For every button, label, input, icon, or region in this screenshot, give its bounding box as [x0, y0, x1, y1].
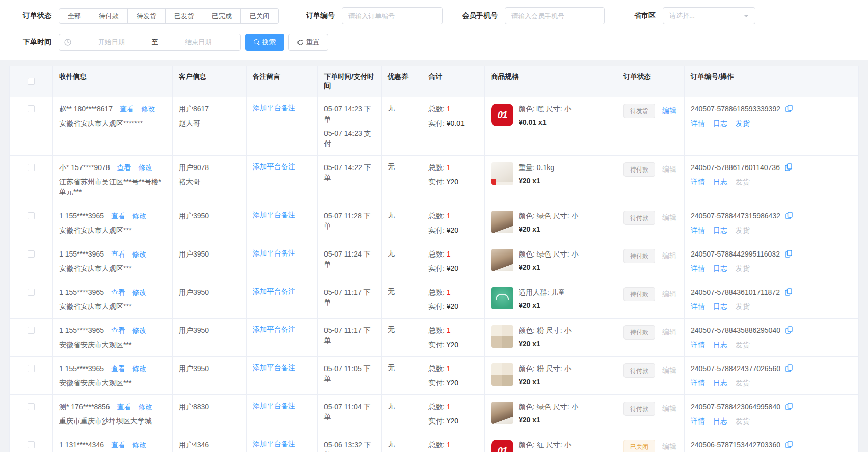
product-spec: 适用人群: 儿童 — [519, 287, 565, 297]
modify-link[interactable]: 修改 — [132, 212, 147, 220]
view-link[interactable]: 查看 — [120, 105, 134, 113]
edit-status-link[interactable]: 编辑 — [662, 213, 676, 221]
edit-status-link[interactable]: 编辑 — [662, 442, 676, 450]
edit-status-link[interactable]: 编辑 — [662, 251, 676, 260]
copy-icon[interactable] — [785, 364, 793, 372]
copy-icon[interactable] — [785, 441, 793, 448]
status-filter-button[interactable]: 全部 — [59, 8, 90, 24]
col-total: 合计 — [422, 66, 485, 97]
product-spec: 颜色: 红 尺寸: 小 — [519, 440, 571, 450]
ship-link[interactable]: 发货 — [736, 226, 750, 234]
detail-link[interactable]: 详情 — [691, 264, 705, 272]
copy-icon[interactable] — [785, 105, 793, 112]
detail-link[interactable]: 详情 — [691, 119, 705, 127]
log-link[interactable]: 日志 — [713, 178, 727, 186]
log-link[interactable]: 日志 — [713, 264, 727, 272]
modify-link[interactable]: 修改 — [141, 105, 155, 113]
add-platform-remark-link[interactable]: 添加平台备注 — [253, 249, 295, 257]
log-link[interactable]: 日志 — [713, 119, 727, 127]
ship-link[interactable]: 发货 — [736, 341, 750, 349]
reset-button[interactable]: 重置 — [288, 34, 328, 51]
modify-link[interactable]: 修改 — [132, 364, 147, 373]
order-no-input[interactable] — [342, 7, 443, 24]
row-checkbox[interactable] — [28, 327, 35, 334]
copy-icon[interactable] — [785, 403, 793, 410]
detail-link[interactable]: 详情 — [691, 226, 705, 234]
detail-link[interactable]: 详情 — [691, 178, 705, 186]
end-date-input[interactable]: 结束日期 — [161, 38, 236, 47]
view-link[interactable]: 查看 — [117, 403, 131, 411]
add-platform-remark-link[interactable]: 添加平台备注 — [253, 402, 295, 410]
product-image — [491, 325, 513, 348]
log-link[interactable]: 日志 — [713, 341, 727, 349]
ship-link[interactable]: 发货 — [736, 178, 750, 186]
log-link[interactable]: 日志 — [713, 302, 727, 310]
member-phone-input[interactable] — [505, 7, 605, 24]
log-link[interactable]: 日志 — [713, 379, 727, 387]
edit-status-link[interactable]: 编辑 — [662, 328, 676, 336]
add-platform-remark-link[interactable]: 添加平台备注 — [253, 162, 295, 171]
copy-icon[interactable] — [785, 250, 792, 258]
modify-link[interactable]: 修改 — [138, 163, 152, 172]
view-link[interactable]: 查看 — [111, 288, 125, 296]
row-checkbox[interactable] — [28, 105, 35, 112]
detail-link[interactable]: 详情 — [691, 417, 705, 425]
detail-link[interactable]: 详情 — [691, 341, 705, 349]
table-row: 1 155****3965 查看 修改 安徽省安庆市大观区*** 用户3950 … — [10, 319, 858, 357]
ship-link[interactable]: 发货 — [736, 119, 750, 127]
status-filter-button[interactable]: 已完成 — [203, 8, 241, 24]
row-checkbox[interactable] — [28, 289, 35, 296]
modify-link[interactable]: 修改 — [132, 250, 147, 258]
modify-link[interactable]: 修改 — [138, 403, 152, 411]
ship-link[interactable]: 发货 — [736, 302, 750, 310]
row-checkbox[interactable] — [28, 250, 35, 258]
view-link[interactable]: 查看 — [111, 364, 125, 373]
detail-link[interactable]: 详情 — [691, 379, 705, 387]
status-filter-button[interactable]: 已发货 — [166, 8, 203, 24]
add-platform-remark-link[interactable]: 添加平台备注 — [253, 363, 295, 372]
edit-status-link[interactable]: 编辑 — [662, 404, 676, 412]
add-platform-remark-link[interactable]: 添加平台备注 — [253, 440, 295, 448]
modify-link[interactable]: 修改 — [132, 326, 147, 334]
row-checkbox[interactable] — [28, 441, 35, 448]
row-checkbox[interactable] — [28, 403, 35, 410]
ship-link[interactable]: 发货 — [736, 379, 750, 387]
add-platform-remark-link[interactable]: 添加平台备注 — [253, 287, 295, 295]
edit-status-link[interactable]: 编辑 — [662, 366, 676, 374]
view-link[interactable]: 查看 — [117, 163, 131, 172]
copy-icon[interactable] — [785, 326, 793, 334]
copy-icon[interactable] — [785, 163, 792, 171]
status-filter-button[interactable]: 已关闭 — [241, 8, 279, 24]
search-button[interactable]: 搜索 — [245, 34, 284, 51]
copy-icon[interactable] — [785, 288, 792, 296]
add-platform-remark-link[interactable]: 添加平台备注 — [253, 325, 295, 333]
add-platform-remark-link[interactable]: 添加平台备注 — [253, 211, 295, 219]
ship-link[interactable]: 发货 — [736, 417, 750, 425]
log-link[interactable]: 日志 — [713, 417, 727, 425]
copy-icon[interactable] — [785, 212, 793, 219]
edit-status-link[interactable]: 编辑 — [662, 290, 676, 298]
order-time: 05-07 11:05 下单 — [324, 363, 375, 384]
status-filter-button[interactable]: 待发货 — [128, 8, 166, 24]
edit-status-link[interactable]: 编辑 — [662, 106, 676, 115]
log-link[interactable]: 日志 — [713, 226, 727, 234]
add-platform-remark-link[interactable]: 添加平台备注 — [253, 104, 295, 112]
view-link[interactable]: 查看 — [111, 212, 125, 220]
region-select[interactable]: 请选择... — [663, 7, 755, 24]
customer-id: 用户3950 — [179, 363, 240, 374]
ship-link[interactable]: 发货 — [736, 264, 750, 272]
view-link[interactable]: 查看 — [111, 326, 125, 334]
view-link[interactable]: 查看 — [111, 441, 125, 449]
edit-status-link[interactable]: 编辑 — [662, 165, 676, 173]
modify-link[interactable]: 修改 — [132, 441, 147, 449]
view-link[interactable]: 查看 — [111, 250, 125, 258]
row-checkbox[interactable] — [28, 164, 35, 171]
detail-link[interactable]: 详情 — [691, 302, 705, 310]
start-date-input[interactable]: 开始日期 — [74, 38, 149, 47]
order-time-range-picker[interactable]: 开始日期 至 结束日期 — [59, 34, 241, 51]
row-checkbox[interactable] — [28, 212, 35, 219]
modify-link[interactable]: 修改 — [132, 288, 147, 296]
row-checkbox[interactable] — [28, 365, 35, 372]
select-all-checkbox[interactable] — [28, 78, 35, 85]
status-filter-button[interactable]: 待付款 — [90, 8, 128, 24]
